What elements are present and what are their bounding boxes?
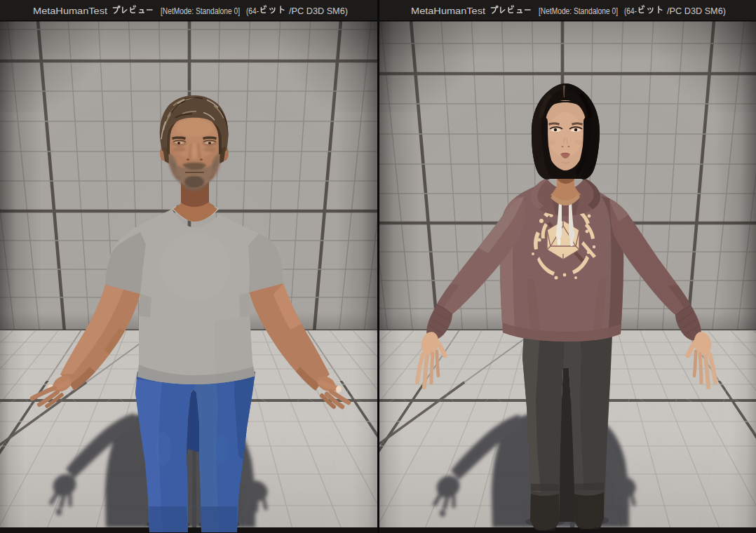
svg-text:/PC D3D SM6): /PC D3D SM6) <box>289 6 348 16</box>
svg-text:(64-: (64- <box>246 6 259 16</box>
svg-text:[NetMode: Standalone 0]: [NetMode: Standalone 0] <box>539 6 618 16</box>
svg-text:/PC D3D SM6): /PC D3D SM6) <box>667 6 726 16</box>
svg-text:[NetMode: Standalone 0]: [NetMode: Standalone 0] <box>161 6 240 16</box>
svg-text:(64-: (64- <box>624 6 637 16</box>
svg-text:MetaHumanTest: MetaHumanTest <box>33 6 107 16</box>
svg-text:MetaHumanTest: MetaHumanTest <box>411 6 485 16</box>
